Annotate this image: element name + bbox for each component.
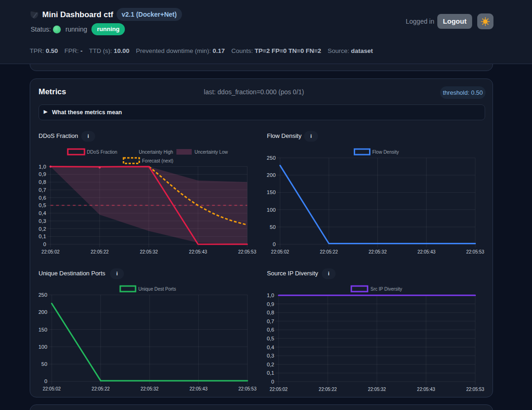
svg-text:0,3: 0,3 (267, 353, 274, 358)
svg-text:22:05:22: 22:05:22 (91, 249, 109, 254)
svg-text:22:05:02: 22:05:02 (41, 249, 59, 254)
svg-text:22:05:43: 22:05:43 (189, 386, 208, 391)
svg-text:0,9: 0,9 (39, 171, 46, 177)
svg-text:DDoS Fraction: DDoS Fraction (39, 132, 78, 139)
svg-text:22:05:32: 22:05:32 (140, 249, 158, 254)
svg-text:150: 150 (39, 327, 47, 332)
svg-text:0,5: 0,5 (39, 202, 46, 208)
svg-text:22:05:53: 22:05:53 (239, 386, 257, 391)
svg-text:DDoS Fraction: DDoS Fraction (87, 150, 117, 155)
svg-text:250: 250 (39, 292, 47, 298)
svg-text:Flow Density: Flow Density (267, 132, 302, 139)
svg-text:i: i (328, 271, 329, 276)
svg-text:0,2: 0,2 (267, 362, 274, 367)
svg-text:200: 200 (39, 309, 47, 315)
svg-text:22:05:43: 22:05:43 (417, 249, 435, 254)
svg-text:22:05:32: 22:05:32 (141, 386, 159, 391)
svg-text:i: i (116, 271, 117, 276)
svg-text:0,3: 0,3 (39, 218, 46, 224)
svg-text:250: 250 (267, 155, 276, 161)
svg-text:0,8: 0,8 (39, 179, 46, 185)
svg-text:22:05:02: 22:05:02 (43, 386, 61, 391)
svg-text:22:05:43: 22:05:43 (417, 387, 435, 392)
svg-text:Src IP Diversity: Src IP Diversity (370, 286, 402, 292)
svg-text:50: 50 (270, 224, 276, 230)
svg-text:Flow Density: Flow Density (372, 150, 399, 155)
svg-text:1,0: 1,0 (267, 293, 274, 298)
svg-text:0,4: 0,4 (267, 345, 275, 350)
svg-text:22:05:22: 22:05:22 (91, 386, 110, 391)
svg-text:200: 200 (267, 172, 276, 178)
svg-text:22:05:32: 22:05:32 (368, 387, 386, 392)
svg-text:100: 100 (267, 207, 276, 213)
svg-text:0,1: 0,1 (267, 370, 274, 376)
svg-text:Uncertainty Low: Uncertainty Low (195, 150, 228, 155)
svg-text:0: 0 (44, 378, 47, 384)
svg-text:i: i (87, 133, 89, 139)
svg-text:Unique Destination Ports: Unique Destination Ports (39, 270, 105, 277)
svg-text:22:05:53: 22:05:53 (238, 249, 256, 254)
svg-text:i: i (310, 133, 311, 139)
svg-text:22:05:43: 22:05:43 (189, 249, 207, 254)
svg-text:22:05:02: 22:05:02 (270, 387, 288, 392)
svg-text:150: 150 (267, 189, 276, 195)
svg-text:22:05:32: 22:05:32 (369, 249, 387, 254)
svg-text:50: 50 (41, 361, 47, 367)
svg-text:22:05:22: 22:05:22 (319, 387, 337, 392)
svg-text:1,0: 1,0 (39, 164, 46, 169)
svg-text:0,7: 0,7 (39, 187, 46, 193)
svg-text:0,1: 0,1 (39, 234, 46, 239)
svg-text:Unique Dest Ports: Unique Dest Ports (138, 286, 176, 292)
svg-text:0,8: 0,8 (267, 310, 274, 315)
svg-text:22:05:22: 22:05:22 (320, 249, 338, 254)
svg-text:22:05:53: 22:05:53 (466, 387, 484, 392)
svg-text:Forecast (next): Forecast (next) (142, 158, 173, 163)
svg-text:0,6: 0,6 (39, 195, 46, 201)
svg-text:0,6: 0,6 (267, 327, 274, 332)
svg-text:22:05:53: 22:05:53 (466, 249, 484, 254)
svg-text:0,5: 0,5 (267, 336, 274, 341)
svg-text:22:05:02: 22:05:02 (271, 249, 289, 254)
svg-text:Source IP Diversity: Source IP Diversity (267, 270, 318, 277)
svg-text:0,4: 0,4 (39, 210, 46, 216)
svg-text:100: 100 (39, 344, 47, 350)
svg-text:0,7: 0,7 (267, 319, 274, 324)
svg-text:0: 0 (43, 241, 46, 247)
svg-text:Uncertainty High: Uncertainty High (139, 150, 173, 155)
svg-text:0: 0 (272, 241, 275, 247)
svg-text:0,2: 0,2 (39, 226, 46, 232)
svg-text:0: 0 (271, 379, 274, 384)
svg-text:0,9: 0,9 (267, 301, 274, 307)
